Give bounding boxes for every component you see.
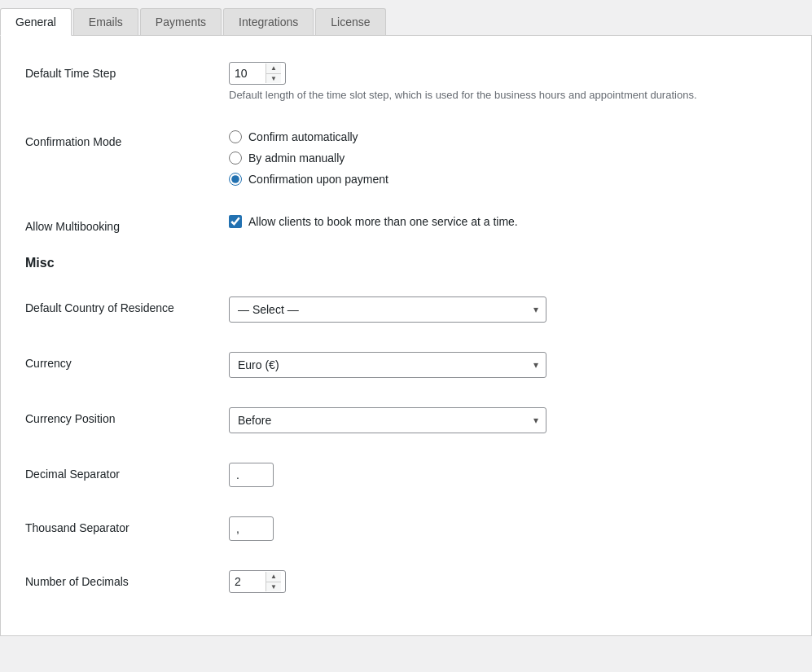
confirmation-mode-radio-group: Confirm automatically By admin manually … [229,130,787,186]
number-of-decimals-row: Number of Decimals ▲ ▼ [25,564,787,600]
default-country-row: Default Country of Residence — Select — … [25,290,787,329]
thousand-separator-label: Thousand Separator [25,516,229,534]
radio-confirm-auto-input[interactable] [229,130,242,143]
confirmation-mode-row: Confirmation Mode Confirm automatically … [25,124,787,192]
currency-row: Currency Euro (€) US Dollar ($) British … [25,345,787,384]
currency-select[interactable]: Euro (€) US Dollar ($) British Pound (£) [229,352,546,378]
multibooking-checkbox[interactable] [229,215,242,228]
default-time-step-label: Default Time Step [25,62,229,80]
radio-confirm-admin[interactable]: By admin manually [229,152,787,165]
decimals-up[interactable]: ▲ [266,572,281,582]
radio-confirm-payment-label: Confirmation upon payment [248,173,388,186]
thousand-separator-control [229,516,787,541]
decimals-input[interactable] [230,571,266,592]
confirmation-mode-control: Confirm automatically By admin manually … [229,130,787,186]
decimal-separator-row: Decimal Separator [25,456,787,494]
number-of-decimals-control: ▲ ▼ [229,570,787,593]
decimals-down[interactable]: ▼ [266,582,281,591]
time-step-input[interactable] [230,63,266,84]
default-time-step-row: Default Time Step ▲ ▼ Default length of … [25,55,787,108]
time-step-spinner-buttons: ▲ ▼ [266,64,281,83]
multibooking-checkbox-label: Allow clients to book more than one serv… [248,215,518,228]
tab-emails[interactable]: Emails [73,8,138,35]
time-step-spinner: ▲ ▼ [229,62,286,85]
default-country-select-wrap: — Select — ▾ [229,296,546,323]
time-step-down[interactable]: ▼ [266,73,281,83]
decimal-separator-control [229,463,787,487]
confirmation-mode-label: Confirmation Mode [25,130,229,148]
decimals-spinner: ▲ ▼ [229,570,286,593]
allow-multibooking-label: Allow Multibooking [25,215,229,233]
misc-heading: Misc [25,256,787,277]
time-step-help: Default length of the time slot step, wh… [229,89,787,101]
tab-integrations[interactable]: Integrations [223,8,314,35]
currency-label: Currency [25,352,229,370]
time-step-up[interactable]: ▲ [266,64,281,73]
allow-multibooking-control: Allow clients to book more than one serv… [229,215,787,228]
currency-position-row: Currency Position Before After ▾ [25,401,787,440]
radio-confirm-payment-input[interactable] [229,173,242,186]
default-country-label: Default Country of Residence [25,296,229,314]
decimal-separator-label: Decimal Separator [25,463,229,481]
thousand-separator-row: Thousand Separator [25,510,787,547]
tab-content: Default Time Step ▲ ▼ Default length of … [0,36,812,636]
number-of-decimals-label: Number of Decimals [25,570,229,588]
radio-confirm-payment[interactable]: Confirmation upon payment [229,173,787,186]
multibooking-checkbox-item[interactable]: Allow clients to book more than one serv… [229,215,787,228]
currency-position-control: Before After ▾ [229,407,787,433]
radio-confirm-admin-label: By admin manually [248,152,345,165]
currency-position-label: Currency Position [25,407,229,425]
default-country-control: — Select — ▾ [229,296,787,323]
default-country-select[interactable]: — Select — [229,296,546,323]
radio-confirm-auto[interactable]: Confirm automatically [229,130,787,143]
currency-select-wrap: Euro (€) US Dollar ($) British Pound (£)… [229,352,546,378]
currency-control: Euro (€) US Dollar ($) British Pound (£)… [229,352,787,378]
radio-confirm-admin-input[interactable] [229,152,242,165]
decimals-spinner-buttons: ▲ ▼ [266,572,281,591]
tab-general[interactable]: General [0,8,72,36]
page-container: General Emails Payments Integrations Lic… [0,0,812,636]
decimal-separator-input[interactable] [229,463,274,487]
radio-confirm-auto-label: Confirm automatically [248,130,358,143]
thousand-separator-input[interactable] [229,516,274,541]
tab-license[interactable]: License [315,8,385,35]
tabs-bar: General Emails Payments Integrations Lic… [0,0,812,36]
currency-position-select-wrap: Before After ▾ [229,407,546,433]
tab-payments[interactable]: Payments [140,8,222,35]
currency-position-select[interactable]: Before After [229,407,546,433]
default-time-step-control: ▲ ▼ Default length of the time slot step… [229,62,787,101]
allow-multibooking-row: Allow Multibooking Allow clients to book… [25,209,787,239]
